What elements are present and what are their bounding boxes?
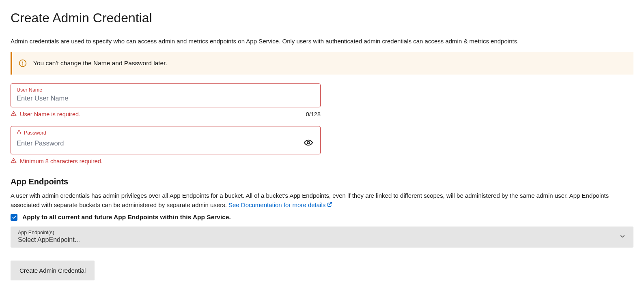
app-endpoint-select-label: App Endpoint(s) [18,230,619,235]
documentation-link[interactable]: See Documentation for more details [228,201,332,210]
username-input[interactable] [17,94,314,103]
username-counter: 0/128 [306,111,321,118]
error-icon [11,111,17,118]
username-label: User Name [17,87,314,93]
create-admin-credential-button[interactable]: Create Admin Credential [11,261,95,280]
app-endpoint-select-placeholder: Select AppEndpoint... [18,236,80,243]
chevron-down-icon [619,233,626,241]
svg-point-8 [13,162,14,162]
username-field-wrap: User Name User Name is required. 0/128 [11,83,321,118]
warning-text: You can't change the Name and Password l… [33,60,167,67]
page-title: Create Admin Credential [11,11,633,26]
password-error: Minimum 8 characters required. [11,158,103,165]
svg-point-6 [307,141,310,144]
username-error: User Name is required. [11,111,80,118]
eye-icon [304,142,313,148]
svg-rect-5 [18,132,21,134]
error-icon [11,158,17,165]
app-endpoint-select[interactable]: App Endpoint(s) Select AppEndpoint... [11,227,633,248]
password-label-text: Password [24,130,46,136]
app-endpoints-desc: A user with admin credentials has admin … [11,191,633,209]
svg-line-9 [330,202,332,205]
apply-all-checkbox[interactable] [11,214,17,221]
warning-icon [19,59,27,67]
password-label: Password [17,130,314,136]
warning-alert: You can't change the Name and Password l… [11,52,633,75]
username-input-box[interactable]: User Name [11,83,321,107]
check-icon [12,214,17,221]
intro-text: Admin credentials are used to specify wh… [11,38,633,45]
lock-icon [17,130,22,136]
svg-point-4 [13,115,14,115]
apply-all-label: Apply to all current and future App Endp… [22,214,231,221]
password-input-box[interactable]: Password [11,126,321,154]
username-error-text: User Name is required. [20,111,80,118]
apply-all-row: Apply to all current and future App Endp… [11,214,633,221]
password-input[interactable] [17,139,299,148]
svg-point-2 [23,65,23,65]
documentation-link-text: See Documentation for more details [228,201,325,210]
toggle-password-visibility-button[interactable] [302,137,314,150]
external-link-icon [327,201,332,210]
password-field-wrap: Password Minimum [11,126,321,165]
password-error-text: Minimum 8 characters required. [20,158,103,165]
app-endpoints-title: App Endpoints [11,177,633,186]
